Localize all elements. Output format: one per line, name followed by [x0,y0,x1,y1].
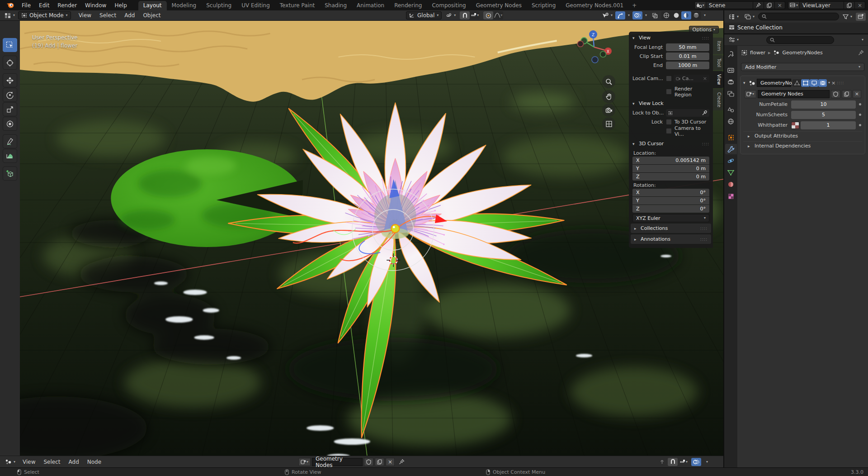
annotations-section-header[interactable]: ▸Annotations:::: [631,234,711,244]
gizmo-neg-y-axis[interactable] [600,52,606,57]
viewport-scene[interactable]: User Perspective (19) Add | flower Optio… [20,21,723,456]
cursor-location-z[interactable]: Z0 m [632,173,709,181]
viewlayer-remove-button[interactable]: × [855,1,865,9]
collections-section-header[interactable]: ▸Collections:::: [631,224,711,233]
snap-toggle[interactable] [460,11,470,19]
drag-dots-icon[interactable]: :::: [700,237,708,242]
whithpatter-field[interactable]: 1 [801,121,856,129]
proportional-editing-toggle[interactable] [483,11,493,19]
tool-rotate[interactable] [3,88,17,102]
camera-to-view-checkbox[interactable] [666,128,672,134]
node-overlays-toggle[interactable] [691,458,701,466]
scene-pin-icon[interactable] [753,1,764,9]
shading-solid-button[interactable] [671,11,681,19]
tab-view-layer[interactable] [725,89,737,99]
mode-dropdown[interactable]: Object Mode ▾ [18,11,71,19]
tool-box-select[interactable] [3,38,17,52]
drag-dots-icon[interactable]: :::: [702,142,709,146]
menu-help[interactable]: Help [110,2,131,9]
tab-uv-editing[interactable]: UV Editing [236,1,275,10]
node-group-name-field[interactable]: Geometry Nodes [312,458,363,466]
node-group-browse-button[interactable]: ▾ [298,458,311,466]
snap-target-dropdown[interactable]: ▾ [470,11,480,19]
tab-scripting[interactable]: Scripting [527,1,561,10]
outliner-filter-button[interactable]: ▾ [840,14,854,20]
modifier-name-field[interactable]: GeometryNo... [757,79,791,87]
editor-type-button[interactable]: ▾ [2,12,17,19]
tab-sculpting[interactable]: Sculpting [201,1,236,10]
properties-search-input[interactable] [766,36,834,44]
cursor-location-y[interactable]: Y0 m [632,165,709,172]
transform-orientation-dropdown[interactable]: Global ▾ [406,11,442,19]
scene-unlink-button[interactable]: × [775,1,785,9]
rotation-mode-dropdown[interactable]: XYZ Euler▾ [632,214,709,222]
properties-type-button[interactable]: ▾ [726,37,741,43]
decorator-dot[interactable] [859,114,861,116]
scene-name-field[interactable]: Scene [706,1,753,9]
object-visibility-dropdown[interactable]: ▾ [599,12,615,19]
node-snap-toggle[interactable] [668,458,678,466]
go-to-parent-button[interactable] [657,458,667,466]
proportional-falloff-dropdown[interactable]: ▾ [493,11,503,19]
new-collection-button[interactable] [856,13,866,21]
breadcrumb-object[interactable]: flower [750,50,765,56]
tool-annotate[interactable] [3,134,17,148]
num-petalle-field[interactable]: 10 [791,100,856,109]
gizmo-neg-x-axis[interactable] [578,41,584,47]
outliner-item-scene-collection[interactable]: Scene Collection [724,23,868,32]
pivot-point-dropdown[interactable]: ▾ [443,12,458,19]
tool-cursor[interactable] [3,56,17,70]
shading-wireframe-button[interactable] [661,11,671,19]
navigation-gizmo[interactable]: Z X [575,28,613,66]
viewlayer-browse-button[interactable]: ▾ [788,1,800,9]
properties-options-dropdown[interactable]: ▾ [859,38,866,42]
duplicate-node-group-button[interactable] [842,90,851,98]
3d-cursor-section-header[interactable]: ▾3D Cursor:::: [629,139,713,148]
fake-user-button[interactable] [831,90,840,98]
tab-render[interactable] [725,65,737,76]
tool-scale[interactable] [3,102,17,116]
unlink-node-group-button[interactable]: × [386,458,395,466]
output-attributes-subpanel[interactable]: ▸Output Attributes [743,131,862,140]
sidebar-tab-create[interactable]: Create [713,89,723,110]
zoom-tool-button[interactable] [602,75,615,88]
outliner-type-button[interactable]: ▾ [726,14,741,20]
node-overlays-dropdown[interactable]: ▾ [702,458,712,466]
outliner-display-mode-button[interactable]: ▾ [742,14,757,20]
menu-node[interactable]: Node [83,459,105,465]
shading-rendered-button[interactable] [691,11,701,19]
pin-icon[interactable] [858,50,864,56]
texture-icon[interactable] [791,122,799,129]
view-lock-section-header[interactable]: ▾View Lock [629,99,713,108]
clip-start-field[interactable]: 0.01 m [666,52,709,60]
lock-to-object-field[interactable] [666,109,709,117]
decorator-dot[interactable] [859,103,861,105]
new-node-group-button[interactable] [375,458,384,466]
menu-add[interactable]: Add [65,459,83,465]
tab-texture[interactable] [725,191,737,201]
menu-object[interactable]: Object [139,12,165,19]
sidebar-tab-tool[interactable]: Tool [713,55,723,70]
viewlayer-name-field[interactable]: ViewLayer [800,1,844,9]
blender-logo-icon[interactable] [3,0,18,10]
tool-measure[interactable] [3,149,17,163]
breadcrumb-node-group[interactable]: GeometryNodes [782,50,822,56]
menu-render[interactable]: Render [53,2,81,9]
scene-browse-button[interactable]: ▾ [694,1,706,9]
menu-add[interactable]: Add [120,12,139,19]
menu-view[interactable]: View [19,459,39,465]
tool-add-cube[interactable] [3,167,17,181]
camera-view-button[interactable] [602,104,615,117]
tab-object-data[interactable] [725,167,737,178]
tab-animation[interactable]: Animation [352,1,389,10]
modifier-on-cage-toggle[interactable] [793,79,801,87]
modifier-edit-mode-toggle[interactable] [801,79,810,87]
node-snap-target-dropdown[interactable]: ▾ [679,458,689,466]
modifier-delete-button[interactable]: × [831,80,835,86]
modifier-render-toggle[interactable] [818,79,827,87]
xray-toggle[interactable] [650,11,660,19]
node-editor-type-button[interactable]: ▾ [3,458,18,465]
add-workspace-button[interactable]: + [628,1,640,10]
menu-file[interactable]: File [18,2,35,9]
pin-icon[interactable] [399,459,405,465]
